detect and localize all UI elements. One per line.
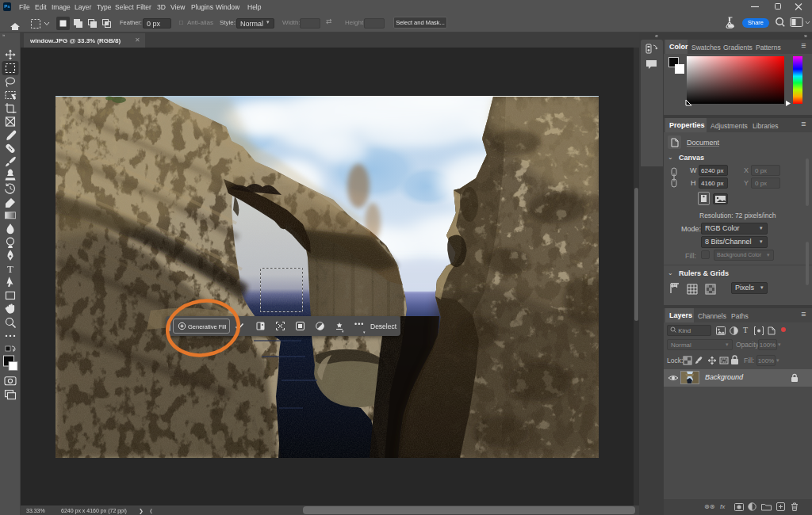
svg-text:T: T xyxy=(7,263,13,275)
